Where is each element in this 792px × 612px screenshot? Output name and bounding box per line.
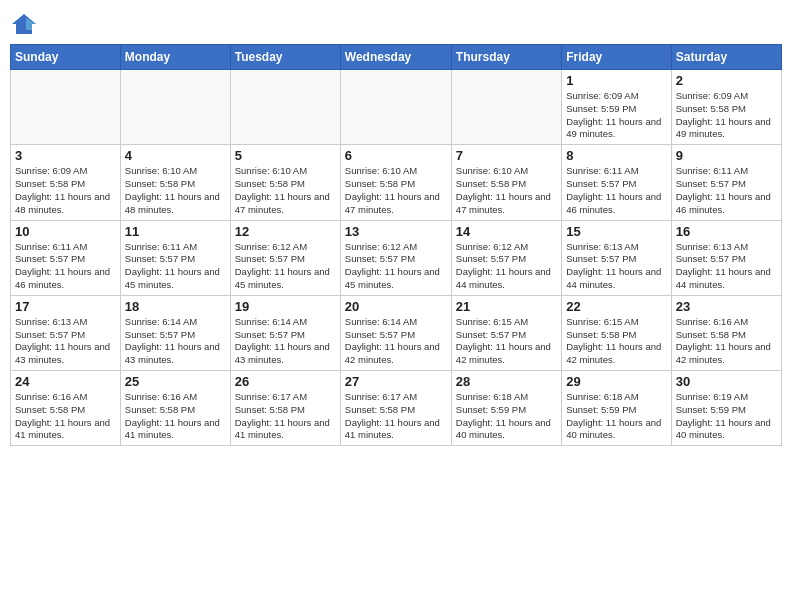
day-info: Sunrise: 6:11 AMSunset: 5:57 PMDaylight:…: [676, 165, 777, 216]
day-number: 9: [676, 148, 777, 163]
calendar-week: 24Sunrise: 6:16 AMSunset: 5:58 PMDayligh…: [11, 371, 782, 446]
day-info: Sunrise: 6:16 AMSunset: 5:58 PMDaylight:…: [15, 391, 116, 442]
calendar-cell: [340, 70, 451, 145]
day-number: 30: [676, 374, 777, 389]
calendar-cell: [11, 70, 121, 145]
calendar-week: 3Sunrise: 6:09 AMSunset: 5:58 PMDaylight…: [11, 145, 782, 220]
day-number: 18: [125, 299, 226, 314]
calendar-cell: 15Sunrise: 6:13 AMSunset: 5:57 PMDayligh…: [562, 220, 671, 295]
day-info: Sunrise: 6:11 AMSunset: 5:57 PMDaylight:…: [15, 241, 116, 292]
day-header: Friday: [562, 45, 671, 70]
calendar-cell: 16Sunrise: 6:13 AMSunset: 5:57 PMDayligh…: [671, 220, 781, 295]
day-info: Sunrise: 6:14 AMSunset: 5:57 PMDaylight:…: [345, 316, 447, 367]
calendar-week: 10Sunrise: 6:11 AMSunset: 5:57 PMDayligh…: [11, 220, 782, 295]
day-number: 26: [235, 374, 336, 389]
logo-icon: [10, 10, 38, 38]
calendar-cell: 22Sunrise: 6:15 AMSunset: 5:58 PMDayligh…: [562, 295, 671, 370]
calendar-cell: 14Sunrise: 6:12 AMSunset: 5:57 PMDayligh…: [451, 220, 561, 295]
day-number: 22: [566, 299, 666, 314]
calendar-cell: [451, 70, 561, 145]
day-info: Sunrise: 6:13 AMSunset: 5:57 PMDaylight:…: [15, 316, 116, 367]
day-header: Thursday: [451, 45, 561, 70]
calendar-cell: 12Sunrise: 6:12 AMSunset: 5:57 PMDayligh…: [230, 220, 340, 295]
calendar-cell: 29Sunrise: 6:18 AMSunset: 5:59 PMDayligh…: [562, 371, 671, 446]
day-info: Sunrise: 6:17 AMSunset: 5:58 PMDaylight:…: [345, 391, 447, 442]
day-number: 6: [345, 148, 447, 163]
calendar-cell: 2Sunrise: 6:09 AMSunset: 5:58 PMDaylight…: [671, 70, 781, 145]
day-info: Sunrise: 6:10 AMSunset: 5:58 PMDaylight:…: [235, 165, 336, 216]
day-info: Sunrise: 6:12 AMSunset: 5:57 PMDaylight:…: [235, 241, 336, 292]
day-number: 24: [15, 374, 116, 389]
calendar-cell: 19Sunrise: 6:14 AMSunset: 5:57 PMDayligh…: [230, 295, 340, 370]
day-info: Sunrise: 6:19 AMSunset: 5:59 PMDaylight:…: [676, 391, 777, 442]
calendar-cell: 24Sunrise: 6:16 AMSunset: 5:58 PMDayligh…: [11, 371, 121, 446]
calendar-cell: 27Sunrise: 6:17 AMSunset: 5:58 PMDayligh…: [340, 371, 451, 446]
day-info: Sunrise: 6:09 AMSunset: 5:58 PMDaylight:…: [676, 90, 777, 141]
calendar-cell: 9Sunrise: 6:11 AMSunset: 5:57 PMDaylight…: [671, 145, 781, 220]
day-header: Tuesday: [230, 45, 340, 70]
day-number: 3: [15, 148, 116, 163]
calendar-cell: 5Sunrise: 6:10 AMSunset: 5:58 PMDaylight…: [230, 145, 340, 220]
calendar-cell: 21Sunrise: 6:15 AMSunset: 5:57 PMDayligh…: [451, 295, 561, 370]
page-header: [10, 10, 782, 38]
day-number: 16: [676, 224, 777, 239]
day-number: 25: [125, 374, 226, 389]
day-info: Sunrise: 6:13 AMSunset: 5:57 PMDaylight:…: [566, 241, 666, 292]
day-header: Saturday: [671, 45, 781, 70]
day-info: Sunrise: 6:15 AMSunset: 5:57 PMDaylight:…: [456, 316, 557, 367]
calendar-cell: 4Sunrise: 6:10 AMSunset: 5:58 PMDaylight…: [120, 145, 230, 220]
day-number: 11: [125, 224, 226, 239]
day-info: Sunrise: 6:18 AMSunset: 5:59 PMDaylight:…: [456, 391, 557, 442]
day-info: Sunrise: 6:11 AMSunset: 5:57 PMDaylight:…: [125, 241, 226, 292]
day-info: Sunrise: 6:09 AMSunset: 5:59 PMDaylight:…: [566, 90, 666, 141]
calendar-cell: 8Sunrise: 6:11 AMSunset: 5:57 PMDaylight…: [562, 145, 671, 220]
day-info: Sunrise: 6:10 AMSunset: 5:58 PMDaylight:…: [456, 165, 557, 216]
day-info: Sunrise: 6:14 AMSunset: 5:57 PMDaylight:…: [235, 316, 336, 367]
day-number: 27: [345, 374, 447, 389]
day-number: 10: [15, 224, 116, 239]
day-number: 28: [456, 374, 557, 389]
calendar-cell: 11Sunrise: 6:11 AMSunset: 5:57 PMDayligh…: [120, 220, 230, 295]
day-number: 8: [566, 148, 666, 163]
calendar-cell: 13Sunrise: 6:12 AMSunset: 5:57 PMDayligh…: [340, 220, 451, 295]
calendar-cell: 7Sunrise: 6:10 AMSunset: 5:58 PMDaylight…: [451, 145, 561, 220]
day-number: 13: [345, 224, 447, 239]
day-number: 7: [456, 148, 557, 163]
day-number: 23: [676, 299, 777, 314]
day-number: 17: [15, 299, 116, 314]
header-row: SundayMondayTuesdayWednesdayThursdayFrid…: [11, 45, 782, 70]
calendar-table: SundayMondayTuesdayWednesdayThursdayFrid…: [10, 44, 782, 446]
day-info: Sunrise: 6:13 AMSunset: 5:57 PMDaylight:…: [676, 241, 777, 292]
calendar-cell: 17Sunrise: 6:13 AMSunset: 5:57 PMDayligh…: [11, 295, 121, 370]
day-info: Sunrise: 6:17 AMSunset: 5:58 PMDaylight:…: [235, 391, 336, 442]
calendar-cell: 26Sunrise: 6:17 AMSunset: 5:58 PMDayligh…: [230, 371, 340, 446]
day-number: 1: [566, 73, 666, 88]
day-number: 21: [456, 299, 557, 314]
day-number: 5: [235, 148, 336, 163]
calendar-cell: [120, 70, 230, 145]
day-info: Sunrise: 6:09 AMSunset: 5:58 PMDaylight:…: [15, 165, 116, 216]
day-header: Sunday: [11, 45, 121, 70]
calendar-cell: [230, 70, 340, 145]
day-number: 19: [235, 299, 336, 314]
logo: [10, 10, 42, 38]
day-number: 2: [676, 73, 777, 88]
day-number: 29: [566, 374, 666, 389]
day-info: Sunrise: 6:14 AMSunset: 5:57 PMDaylight:…: [125, 316, 226, 367]
calendar-cell: 20Sunrise: 6:14 AMSunset: 5:57 PMDayligh…: [340, 295, 451, 370]
day-info: Sunrise: 6:15 AMSunset: 5:58 PMDaylight:…: [566, 316, 666, 367]
calendar-cell: 10Sunrise: 6:11 AMSunset: 5:57 PMDayligh…: [11, 220, 121, 295]
calendar-cell: 6Sunrise: 6:10 AMSunset: 5:58 PMDaylight…: [340, 145, 451, 220]
calendar-cell: 25Sunrise: 6:16 AMSunset: 5:58 PMDayligh…: [120, 371, 230, 446]
calendar-week: 1Sunrise: 6:09 AMSunset: 5:59 PMDaylight…: [11, 70, 782, 145]
day-number: 14: [456, 224, 557, 239]
calendar-cell: 28Sunrise: 6:18 AMSunset: 5:59 PMDayligh…: [451, 371, 561, 446]
calendar-cell: 1Sunrise: 6:09 AMSunset: 5:59 PMDaylight…: [562, 70, 671, 145]
day-info: Sunrise: 6:12 AMSunset: 5:57 PMDaylight:…: [456, 241, 557, 292]
day-info: Sunrise: 6:10 AMSunset: 5:58 PMDaylight:…: [125, 165, 226, 216]
day-info: Sunrise: 6:16 AMSunset: 5:58 PMDaylight:…: [125, 391, 226, 442]
day-info: Sunrise: 6:18 AMSunset: 5:59 PMDaylight:…: [566, 391, 666, 442]
calendar-cell: 18Sunrise: 6:14 AMSunset: 5:57 PMDayligh…: [120, 295, 230, 370]
day-info: Sunrise: 6:16 AMSunset: 5:58 PMDaylight:…: [676, 316, 777, 367]
day-info: Sunrise: 6:10 AMSunset: 5:58 PMDaylight:…: [345, 165, 447, 216]
